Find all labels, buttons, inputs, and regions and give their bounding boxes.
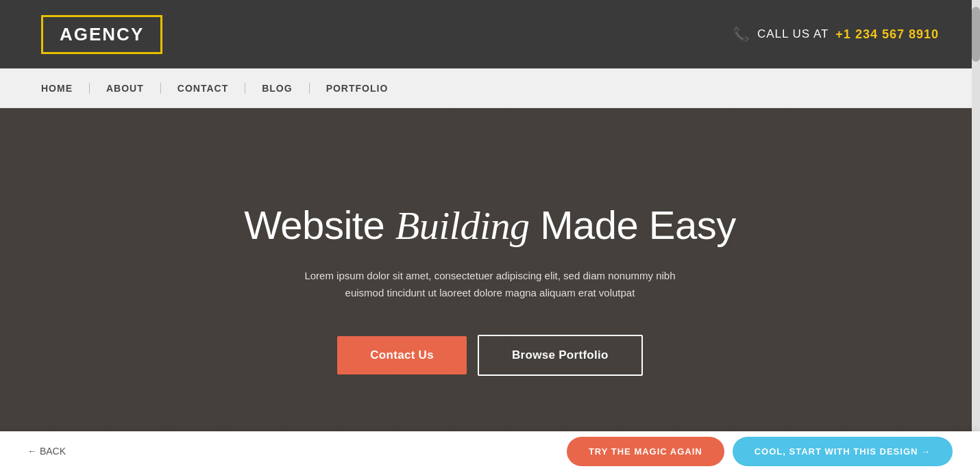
bottom-bar: ← BACK TRY THE MAGIC AGAIN COOL, START W…: [0, 431, 980, 471]
bottom-right-buttons: TRY THE MAGIC AGAIN COOL, START WITH THI…: [567, 437, 953, 466]
scrollbar[interactable]: [972, 0, 980, 431]
nav-portfolio[interactable]: PORTFOLIO: [310, 83, 405, 94]
hero-title-start: Website: [244, 203, 395, 247]
nav-home[interactable]: HOME: [41, 83, 90, 94]
hero-buttons: Contact Us Browse Portfolio: [244, 335, 736, 376]
start-design-button[interactable]: COOL, START WITH THIS DESIGN →: [733, 437, 953, 466]
logo-text: AGENCY: [60, 24, 144, 44]
nav-contact[interactable]: CONTACT: [161, 83, 245, 94]
navigation: HOME ABOUT CONTACT BLOG PORTFOLIO: [0, 68, 980, 108]
back-button[interactable]: ← BACK: [27, 446, 66, 457]
try-magic-button[interactable]: TRY THE MAGIC AGAIN: [567, 437, 724, 466]
call-us: 📞 CALL US AT +1 234 567 8910: [733, 26, 939, 42]
browse-portfolio-button[interactable]: Browse Portfolio: [478, 335, 643, 376]
scrollbar-thumb[interactable]: [972, 7, 980, 62]
call-label: CALL US AT: [757, 27, 829, 41]
hero-section: Website Building Made Easy Lorem ipsum d…: [0, 108, 980, 471]
header: AGENCY 📞 CALL US AT +1 234 567 8910: [0, 0, 980, 68]
nav-items: HOME ABOUT CONTACT BLOG PORTFOLIO: [41, 83, 404, 94]
contact-us-button[interactable]: Contact Us: [337, 336, 467, 374]
hero-title-italic: Building: [395, 203, 530, 248]
hero-subtitle: Lorem ipsum dolor sit amet, consectetuer…: [298, 267, 682, 302]
hero-title-end: Made Easy: [530, 203, 736, 247]
hero-title: Website Building Made Easy: [244, 203, 736, 248]
logo: AGENCY: [41, 15, 162, 54]
back-label: ← BACK: [27, 446, 66, 457]
phone-number: +1 234 567 8910: [835, 27, 939, 42]
phone-icon: 📞: [733, 26, 750, 42]
nav-blog[interactable]: BLOG: [245, 83, 309, 94]
hero-content: Website Building Made Easy Lorem ipsum d…: [217, 203, 763, 376]
nav-about[interactable]: ABOUT: [90, 83, 161, 94]
